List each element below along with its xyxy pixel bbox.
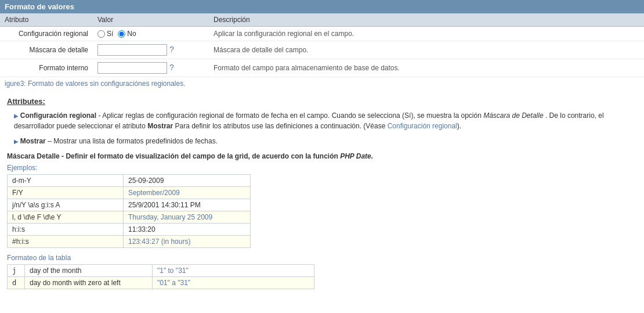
example-format: d-m-Y bbox=[8, 175, 124, 187]
text-input[interactable] bbox=[97, 62, 167, 74]
row-label: Configuración regional bbox=[0, 27, 93, 41]
example-format: h:i:s bbox=[8, 224, 124, 236]
attr-item-mostrar: Mostrar – Mostrar una lista de formatos … bbox=[7, 136, 637, 146]
example-format: l, d \d\e F \d\e Y bbox=[8, 211, 124, 224]
example-row: F/YSeptember/2009 bbox=[8, 187, 251, 199]
example-result: Thursday, January 25 2009 bbox=[124, 211, 251, 224]
example-result: 123:43:27 (in hours) bbox=[124, 236, 251, 248]
mascara-desc: - Definir el formato de visualización de… bbox=[60, 152, 340, 160]
attr-bold-mostrar: Mostrar bbox=[147, 122, 173, 130]
examples-label: Ejemplos: bbox=[7, 164, 637, 172]
col-desc: Descripción bbox=[209, 13, 644, 27]
help-icon[interactable]: ? bbox=[169, 45, 174, 54]
format-range: "01" a "31" bbox=[153, 277, 314, 289]
example-format: #h:i:s bbox=[8, 236, 124, 248]
radio-yes[interactable] bbox=[97, 30, 105, 38]
attributes-table: Atributo Valor Descripción Configuración… bbox=[0, 13, 644, 77]
radio-no[interactable] bbox=[118, 30, 125, 38]
header-title: Formato de valores bbox=[5, 2, 74, 11]
example-row: h:i:s11:33:20 bbox=[8, 224, 251, 236]
example-row: l, d \d\e F \d\e YThursday, January 25 2… bbox=[8, 211, 251, 224]
text-input[interactable] bbox=[97, 44, 167, 56]
example-row: d-m-Y25-09-2009 bbox=[8, 175, 251, 187]
radio-no-label[interactable]: No bbox=[118, 30, 136, 38]
row-label: Máscara de detalle bbox=[0, 41, 93, 59]
row-label: Formato interno bbox=[0, 59, 93, 77]
format-range: "1" to "31" bbox=[153, 265, 314, 277]
attr-name-config: Configuración regional bbox=[20, 111, 96, 120]
row-value[interactable]: ? bbox=[93, 41, 209, 59]
attr-italic-mascara: Máscara de Detalle bbox=[483, 111, 543, 120]
row-value: Sí No bbox=[93, 27, 209, 41]
radio-group: Sí No bbox=[97, 30, 204, 38]
format-table: jday of the month"1" to "31"dday do mont… bbox=[7, 264, 314, 289]
example-format: j/n/Y \a\s g:i:s A bbox=[8, 199, 124, 211]
link-config-regional[interactable]: Configuración regional bbox=[388, 122, 457, 130]
example-result: 25/9/2001 14:30:11 PM bbox=[124, 199, 251, 211]
example-format: F/Y bbox=[8, 187, 124, 199]
figure-caption: igure3: Formato de valores sin configura… bbox=[0, 77, 644, 92]
row-desc: Máscara de detalle del campo. bbox=[209, 41, 644, 59]
format-row: jday of the month"1" to "31" bbox=[8, 265, 314, 277]
format-name: day of the month bbox=[25, 265, 153, 277]
format-row: dday do month with zero at left"01" a "3… bbox=[8, 277, 314, 289]
example-result: 11:33:20 bbox=[124, 224, 251, 236]
row-desc: Formato del campo para almacenamiento de… bbox=[209, 59, 644, 77]
attr-desc-config-3: Para definir los atributos use las defin… bbox=[173, 122, 388, 130]
example-result: September/2009 bbox=[124, 187, 251, 199]
format-code: j bbox=[8, 265, 25, 277]
mascara-title: Máscara Detalle bbox=[7, 152, 60, 160]
header-bar: Formato de valores bbox=[0, 0, 644, 13]
col-attribute: Atributo bbox=[0, 13, 93, 27]
attr-desc-mostrar: – Mostrar una lista de formatos predefin… bbox=[48, 137, 218, 145]
row-value[interactable]: ? bbox=[93, 59, 209, 77]
formateo-label: Formateo de la tabla bbox=[7, 254, 637, 262]
example-row: #h:i:s123:43:27 (in hours) bbox=[8, 236, 251, 248]
row-desc: Aplicar la configuración regional en el … bbox=[209, 27, 644, 41]
format-code: d bbox=[8, 277, 25, 289]
mascara-heading: Máscara Detalle - Definir el formato de … bbox=[7, 152, 637, 160]
attr-item-config-regional: Configuración regional - Aplicar reglas … bbox=[7, 110, 637, 131]
help-icon[interactable]: ? bbox=[169, 63, 174, 72]
format-name: day do month with zero at left bbox=[25, 277, 153, 289]
examples-table: d-m-Y25-09-2009F/YSeptember/2009j/n/Y \a… bbox=[7, 174, 251, 248]
main-content: Attributes: Configuración regional - Apl… bbox=[0, 92, 644, 294]
attr-name-mostrar: Mostrar bbox=[20, 137, 46, 145]
example-result: 25-09-2009 bbox=[124, 175, 251, 187]
example-row: j/n/Y \a\s g:i:s A25/9/2001 14:30:11 PM bbox=[8, 199, 251, 211]
attr-desc-config-1: - Aplicar reglas de configuración region… bbox=[98, 111, 483, 120]
radio-yes-label[interactable]: Sí bbox=[97, 30, 113, 38]
col-value: Valor bbox=[93, 13, 209, 27]
php-text: PHP Date. bbox=[340, 152, 373, 160]
attributes-heading: Attributes: bbox=[7, 97, 637, 106]
attr-desc-config-4: ). bbox=[457, 122, 461, 130]
